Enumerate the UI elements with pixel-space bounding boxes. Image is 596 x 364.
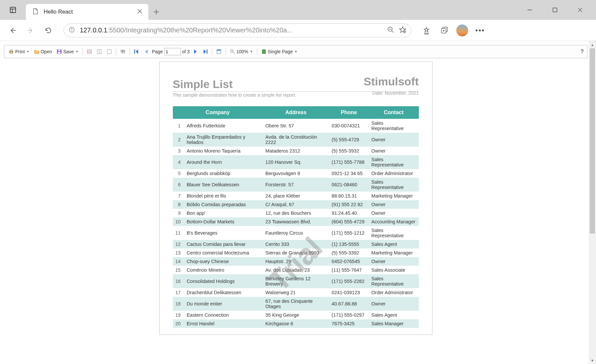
svg-line-17: [392, 30, 394, 32]
table-row: 11B's BeveragesFauntleroy Circus(171) 55…: [173, 226, 419, 240]
col-company: Company: [173, 106, 263, 119]
open-button[interactable]: Open: [32, 48, 54, 55]
window-titlebar: Hello React: [0, 0, 596, 20]
tab-overview-button[interactable]: [6, 3, 20, 17]
table-row: 12Cactus Comidas para llevarCerrito 333(…: [173, 240, 419, 249]
svg-rect-55: [262, 50, 266, 54]
svg-rect-0: [10, 7, 16, 13]
svg-rect-30: [10, 50, 12, 51]
tab-title: Hello React: [44, 9, 132, 15]
svg-point-15: [72, 28, 72, 28]
menu-button[interactable]: •••: [474, 24, 486, 36]
zoom-dropdown[interactable]: 100%▼: [228, 48, 255, 55]
report-table: Company Address Phone Contact 1Alfreds F…: [173, 106, 419, 328]
report-viewer-toolbar: Print▼ Open Save▼ Page of 3 100%▼ Single…: [4, 45, 587, 58]
page-of-label: of 3: [182, 49, 190, 54]
scrollbar[interactable]: ▲ ▼: [589, 41, 596, 364]
table-row: 14Chop-suey ChineseHauptstr. 290452-0765…: [173, 257, 419, 266]
address-bar[interactable]: 127.0.0.1:5500/Integrating%20the%20Repor…: [64, 23, 411, 37]
fullscreen-button[interactable]: [215, 48, 223, 55]
prev-page-button[interactable]: [142, 48, 151, 55]
svg-point-53: [230, 50, 233, 52]
table-row: 15Comércio MineiroAv. dos Lusíadas, 23(1…: [173, 266, 419, 274]
table-row: 17Drachenblut DelikatessenWalserweg 2102…: [173, 288, 419, 297]
new-tab-button[interactable]: [148, 4, 164, 20]
table-row: 19Eastern Connection35 King George(171) …: [173, 311, 419, 319]
help-button[interactable]: ?: [580, 49, 584, 55]
report-brand: Stimulsoft: [364, 75, 419, 88]
svg-marker-46: [135, 49, 138, 54]
table-row: 4Around the Horn120 Hanover Sq.(171) 555…: [173, 155, 419, 169]
view-mode-dropdown[interactable]: Single Page▼: [260, 48, 299, 55]
table-row: 13Centro comercial MoctezumaSierras de G…: [173, 249, 419, 257]
report-date: Date: November, 2021: [372, 90, 419, 96]
page-label: Page: [152, 49, 163, 54]
next-page-button[interactable]: [191, 48, 200, 55]
table-row: 18Du monde entier67, rue des Cinquante O…: [173, 297, 419, 311]
svg-rect-33: [58, 50, 60, 51]
find-button[interactable]: [119, 48, 127, 55]
svg-rect-35: [87, 50, 91, 54]
svg-marker-48: [194, 49, 197, 54]
design-layout-2-icon[interactable]: [95, 48, 104, 55]
favorites-list-icon[interactable]: [421, 24, 432, 36]
save-button[interactable]: Save▼: [55, 48, 80, 55]
svg-rect-40: [107, 50, 111, 54]
svg-marker-47: [145, 49, 148, 54]
table-row: 3Antonio Moreno TaqueríaMataderos 2312(5…: [173, 147, 419, 155]
window-maximize-button[interactable]: [549, 4, 561, 16]
table-row: 2Ana Trujillo Emparedados y heladosAvda.…: [173, 133, 419, 147]
svg-rect-8: [553, 8, 557, 12]
browser-tab[interactable]: Hello React: [26, 4, 148, 20]
table-row: 10Bottom-Dollar Markets23 Tsawwassen Blv…: [173, 217, 419, 226]
profile-avatar[interactable]: [456, 24, 468, 36]
svg-marker-23: [424, 27, 429, 32]
collections-icon[interactable]: [438, 24, 450, 36]
browser-toolbar: 127.0.0.1:5500/Integrating%20the%20Repor…: [0, 20, 596, 41]
url-text: 127.0.0.1:5500/Integrating%20the%20Repor…: [80, 26, 382, 34]
svg-rect-52: [217, 50, 221, 51]
table-row: 6Blauer See DelikatessenForsterstr. 5706…: [173, 178, 419, 192]
svg-line-54: [233, 52, 234, 54]
scroll-up-button[interactable]: ▲: [589, 41, 596, 48]
page-input[interactable]: [164, 48, 181, 55]
nav-forward-button[interactable]: [25, 24, 36, 36]
nav-back-button[interactable]: [7, 24, 19, 36]
scroll-thumb[interactable]: [590, 48, 595, 234]
window-minimize-button[interactable]: [524, 4, 536, 16]
svg-rect-34: [58, 52, 61, 54]
scroll-down-button[interactable]: ▼: [589, 357, 596, 364]
table-row: 7Blondel père et fils24, place Kléber88.…: [173, 192, 419, 200]
svg-marker-49: [204, 49, 206, 54]
print-button[interactable]: Print▼: [7, 48, 31, 55]
col-phone: Phone: [329, 106, 369, 119]
table-row: 5Berglunds snabbköpBerguvsvägen 80921-12…: [173, 169, 419, 178]
design-layout-3-icon[interactable]: [105, 48, 114, 55]
table-row: 16Consolidated HoldingsBerkeley Gardens …: [173, 274, 419, 288]
nav-refresh-button[interactable]: [42, 24, 54, 36]
zoom-icon[interactable]: [387, 26, 394, 35]
tab-close-button[interactable]: [137, 9, 142, 15]
table-row: 9Bon app'12, rue des Bouchers91.24.45.40…: [173, 209, 419, 217]
first-page-button[interactable]: [132, 48, 141, 55]
report-page: Simple List Stimulsoft This sample demon…: [159, 62, 432, 335]
col-contact: Contact: [369, 106, 419, 119]
table-row: 20Ernst HandelKirchgasse 67675-3425Sales…: [173, 319, 419, 328]
last-page-button[interactable]: [201, 48, 210, 55]
favorite-icon[interactable]: [399, 26, 406, 35]
site-info-icon[interactable]: [69, 26, 75, 34]
design-layout-1-icon[interactable]: [85, 48, 94, 55]
page-content: Print▼ Open Save▼ Page of 3 100%▼ Single…: [0, 41, 596, 364]
col-address: Address: [263, 106, 329, 119]
table-row: 1Alfreds FutterkisteObere Str. 57030-007…: [173, 119, 419, 133]
window-close-button[interactable]: [574, 4, 586, 16]
file-icon: [32, 7, 38, 17]
table-row: 8Bólido Comidas preparadasC/ Araquil, 67…: [173, 200, 419, 209]
svg-rect-31: [10, 52, 12, 54]
